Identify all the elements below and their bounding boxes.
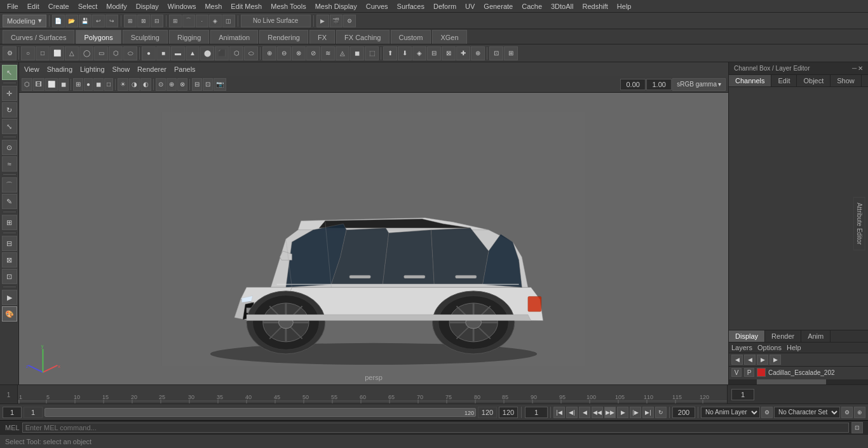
snap-curve-icon[interactable]: ⌒ — [182, 15, 195, 27]
go-start-btn[interactable]: |◀ — [553, 407, 565, 418]
scale-tool-btn[interactable]: ⤡ — [2, 119, 17, 134]
poly-disc-icon[interactable]: ⬡ — [229, 46, 243, 60]
snap-surface-icon[interactable]: ◫ — [222, 15, 235, 27]
menu-mesh-display[interactable]: Mesh Display — [311, 0, 362, 13]
filmgate-btn[interactable]: 🎞 — [33, 78, 44, 91]
tab-edit[interactable]: Edit — [771, 75, 797, 86]
menu-deform[interactable]: Deform — [429, 0, 461, 13]
xray-btn[interactable]: ⊙ — [156, 78, 166, 91]
vp-menu-show[interactable]: Show — [112, 65, 130, 73]
ao-btn[interactable]: ◐ — [140, 78, 151, 91]
menu-help[interactable]: Help — [613, 0, 636, 13]
menu-surfaces[interactable]: Surfaces — [393, 0, 429, 13]
tab-curves-surfaces[interactable]: Curves / Surfaces — [3, 30, 74, 44]
char-set-extra-icon[interactable]: ⊕ — [854, 407, 865, 418]
pipe-icon[interactable]: ⬭ — [123, 46, 137, 60]
poly-pipe-icon[interactable]: ⬭ — [244, 46, 258, 60]
no-live-surface-btn[interactable]: No Live Surface — [241, 15, 311, 27]
tab-sculpting[interactable]: Sculpting — [123, 30, 168, 44]
panel-minimize-icon[interactable]: ─ — [852, 65, 857, 72]
lasso-select-btn[interactable]: ⌒ — [2, 177, 17, 193]
save-scene-icon[interactable]: 💾 — [79, 15, 92, 27]
snap-view-icon[interactable]: ◈ — [209, 15, 222, 27]
flat-shade-btn[interactable]: ◼ — [93, 78, 104, 91]
anim-layer-selector[interactable]: No Anim Layer — [701, 407, 760, 418]
char-set-settings-icon[interactable]: ⚙ — [841, 407, 853, 418]
layer-down-icon[interactable]: ▶ — [757, 355, 768, 365]
workspace-selector[interactable]: Modeling ▾ — [3, 15, 46, 27]
vp-menu-panels[interactable]: Panels — [174, 65, 196, 73]
offset-icon[interactable]: ⊠ — [442, 46, 456, 60]
poly-sphere-icon[interactable]: ● — [142, 46, 156, 60]
cone-icon[interactable]: △ — [65, 46, 79, 60]
menu-3dtall[interactable]: 3DtoAll — [546, 0, 578, 13]
char-set-selector[interactable]: No Character Set — [774, 407, 840, 418]
prev-frame-btn[interactable]: ◀ — [579, 407, 590, 418]
connect-icon[interactable]: ⊕ — [471, 46, 485, 60]
panels-btn[interactable]: ⊡ — [2, 269, 17, 284]
attribute-editor-tab[interactable]: Attribute Editor — [853, 196, 865, 250]
coord-field[interactable]: 0.00 — [620, 79, 646, 90]
go-end-btn[interactable]: ▶| — [642, 407, 654, 418]
menu-create[interactable]: Create — [44, 0, 74, 13]
poly-cube-icon[interactable]: ■ — [156, 46, 170, 60]
tab-render[interactable]: Render — [765, 330, 801, 342]
menu-cache[interactable]: Cache — [517, 0, 546, 13]
poly-plane-icon[interactable]: ⬛ — [215, 46, 229, 60]
paint-select-btn[interactable]: ✎ — [2, 194, 17, 209]
redo-icon[interactable]: ↪ — [105, 15, 118, 27]
insert-edge-icon[interactable]: ✚ — [456, 46, 470, 60]
wireframe-btn[interactable]: ⊞ — [73, 78, 83, 91]
snap-point-icon[interactable]: · — [196, 15, 208, 27]
layer-color-swatch[interactable] — [757, 368, 766, 377]
undo-icon[interactable]: ↩ — [92, 15, 105, 27]
tab-animation[interactable]: Animation — [210, 30, 258, 44]
vp-menu-lighting[interactable]: Lighting — [80, 65, 105, 73]
snap-grid-icon[interactable]: ⊞ — [169, 15, 182, 27]
hypershade-btn[interactable]: 🎨 — [2, 306, 17, 322]
xray-active-btn[interactable]: ⊕ — [166, 78, 177, 91]
menu-mesh[interactable]: Mesh — [200, 0, 226, 13]
script-editor-icon[interactable]: ⊡ — [851, 422, 863, 433]
xray-joints-btn[interactable]: ⊗ — [177, 78, 187, 91]
scale-field[interactable]: 1.00 — [646, 79, 672, 90]
uv-editor-icon[interactable]: ⊡ — [489, 46, 503, 60]
max-frame-input[interactable]: 200 — [672, 407, 695, 418]
grid-btn[interactable]: ⊟ — [192, 78, 202, 91]
select-tool-btn[interactable]: ↖ — [2, 65, 17, 80]
bridge-icon[interactable]: ⬇ — [398, 46, 412, 60]
menu-modify[interactable]: Modify — [102, 0, 131, 13]
layer-visibility-btn[interactable]: V — [731, 368, 742, 377]
options-menu[interactable]: Options — [757, 344, 782, 351]
camera-attrs-btn[interactable]: 📷 — [214, 78, 226, 91]
resolution-btn[interactable]: ⬜ — [45, 78, 58, 91]
menu-curves[interactable]: Curves — [362, 0, 393, 13]
menu-edit[interactable]: Edit — [23, 0, 44, 13]
fill-icon[interactable]: ⬚ — [365, 46, 379, 60]
tab-fx-caching[interactable]: FX Caching — [336, 30, 389, 44]
menu-select[interactable]: Select — [74, 0, 102, 13]
separate-icon[interactable]: ⊖ — [277, 46, 291, 60]
new-scene-icon[interactable]: 📄 — [52, 15, 65, 27]
shadow-btn[interactable]: ◑ — [129, 78, 140, 91]
hud-btn[interactable]: ⊡ — [203, 78, 213, 91]
layer-playback-btn[interactable]: P — [744, 368, 754, 377]
render-icon[interactable]: ▶ — [316, 15, 329, 27]
time-range-slider[interactable]: 120 — [44, 408, 476, 417]
extract-icon[interactable]: ⊗ — [292, 46, 306, 60]
next-frame-btn[interactable]: ▶ — [617, 407, 628, 418]
boolean-icon[interactable]: ⊘ — [306, 46, 320, 60]
quick-layout-btn[interactable]: ⊠ — [2, 252, 17, 268]
cube-icon[interactable]: □ — [36, 46, 50, 60]
next-key-btn[interactable]: |▶ — [630, 407, 641, 418]
tab-show[interactable]: Show — [831, 75, 862, 86]
triangulate-icon[interactable]: ◬ — [336, 46, 349, 60]
torus-icon[interactable]: ◯ — [79, 46, 93, 60]
range-end-input[interactable]: 120 — [499, 407, 518, 418]
menu-mesh-tools[interactable]: Mesh Tools — [266, 0, 310, 13]
play-back-btn[interactable]: ◀◀ — [592, 407, 603, 418]
settings-icon[interactable]: ⚙ — [3, 46, 17, 60]
rotate-tool-btn[interactable]: ↻ — [2, 102, 17, 118]
uv-unfold-icon[interactable]: ⊞ — [504, 46, 518, 60]
loop-btn[interactable]: ↻ — [655, 407, 667, 418]
